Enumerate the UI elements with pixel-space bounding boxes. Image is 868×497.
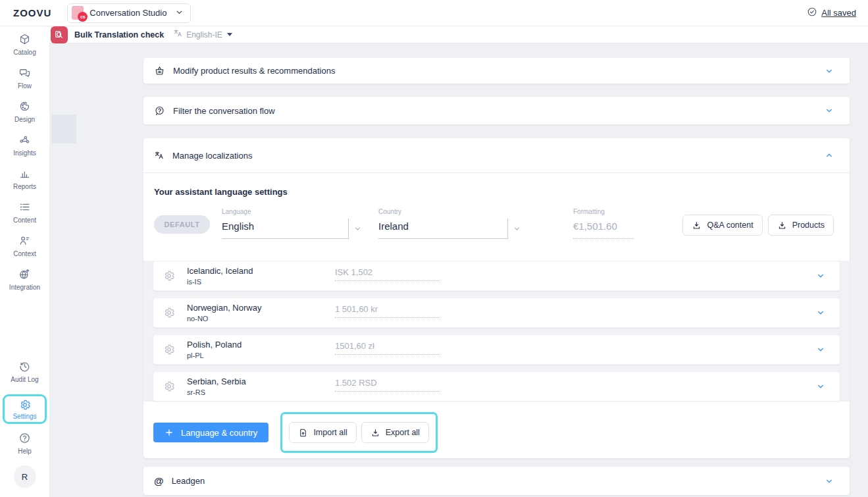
currency-format-value: ISK 1,502 — [335, 267, 440, 277]
language-row-icelandic: Icelandic, Iceland is-IS ISK 1,502 — [153, 261, 840, 291]
sidebar-item-integration[interactable]: Integration — [3, 265, 47, 299]
locale-selector[interactable]: English-IE — [173, 28, 232, 41]
basket-icon — [154, 65, 165, 76]
file-import-icon — [298, 428, 308, 438]
locale-label: English-IE — [186, 30, 222, 39]
localization-actions: Language & country Import all — [153, 411, 850, 454]
download-icon — [777, 221, 787, 230]
qa-content-button[interactable]: Q&A content — [682, 215, 762, 236]
main-content: Modify product results & recommendations… — [49, 43, 868, 497]
language-name: Norwegian, Norway — [187, 303, 261, 313]
gear-icon[interactable] — [163, 270, 175, 282]
language-name-block: Norwegian, Norway no-NO — [187, 303, 261, 323]
button-label: Q&A content — [707, 221, 753, 230]
language-code: pl-PL — [187, 352, 242, 359]
panel-manage-localizations: Manage localizations Your assistant lang… — [143, 138, 850, 458]
check-circle-icon — [807, 7, 817, 19]
translate-icon — [173, 28, 183, 41]
download-icon — [370, 428, 380, 438]
panel-leadgen[interactable]: @ Leadgen — [143, 467, 850, 495]
language-name-block: Icelandic, Iceland is-IS — [187, 266, 253, 286]
currency-format[interactable]: ISK 1,502 — [335, 267, 440, 281]
assistant-title: Bulk Translation check — [74, 30, 164, 39]
language-code: no-NO — [187, 315, 261, 323]
chevron-down-icon[interactable] — [825, 66, 834, 76]
user-avatar[interactable]: R — [14, 465, 36, 488]
sidebar-item-label: Catalog — [13, 49, 36, 56]
currency-format[interactable]: 1 501,60 kr — [335, 304, 440, 318]
language-list: Icelandic, Iceland is-IS ISK 1,502 — [143, 261, 850, 402]
chevron-down-icon[interactable] — [348, 219, 367, 239]
language-name: Polish, Poland — [187, 340, 242, 350]
sidebar-item-label: Flow — [18, 82, 32, 90]
gear-icon[interactable] — [163, 307, 175, 319]
sidebar-item-context[interactable]: Context — [3, 232, 47, 265]
formatting-field: Formatting €1,501.60 — [573, 206, 634, 239]
bar-chart-icon — [18, 167, 31, 180]
default-badge: DEFAULT — [154, 215, 210, 234]
chat-bubbles-icon — [18, 66, 31, 79]
sidebar-item-catalog[interactable]: Catalog — [3, 30, 47, 64]
assistant-header: Bulk Translation check English-IE — [49, 26, 868, 43]
gear-icon[interactable] — [163, 380, 175, 392]
palette-icon — [18, 99, 31, 113]
import-all-button[interactable]: Import all — [289, 422, 356, 443]
sidebar-item-design[interactable]: Design — [3, 97, 47, 131]
language-row-serbian: Serbian, Serbia sr-RS 1.502 RSD — [153, 371, 840, 402]
field-label: Language — [222, 206, 367, 215]
language-select[interactable]: English — [222, 219, 348, 239]
panel-filter-flow[interactable]: Filter the conversation flow — [143, 97, 850, 124]
sidebar-item-settings-active[interactable]: Settings — [3, 394, 47, 424]
panel-title: Filter the conversation flow — [173, 106, 275, 116]
all-saved-link[interactable]: All saved — [807, 7, 856, 19]
language-row-polish: Polish, Poland pl-PL 1501,60 zł — [153, 334, 840, 365]
sidebar: Catalog Flow Design Insights — [0, 26, 49, 497]
dotted-underline — [335, 354, 440, 355]
add-language-country-button[interactable]: Language & country — [153, 423, 268, 442]
chevron-down-icon[interactable] — [816, 271, 825, 280]
sidebar-item-content[interactable]: Content — [3, 198, 47, 232]
app-window: zoovu cs Conversation Studio All saved C… — [0, 0, 868, 497]
globe-arrow-icon — [18, 267, 31, 280]
formatting-input[interactable]: €1,501.60 — [573, 219, 634, 239]
chevron-down-icon[interactable] — [507, 219, 526, 239]
products-button[interactable]: Products — [768, 215, 834, 236]
panel-modify-products[interactable]: Modify product results & recommendations — [143, 58, 850, 84]
download-buttons: Q&A content Products — [682, 215, 834, 236]
chevron-down-icon[interactable] — [825, 106, 834, 115]
sidebar-item-reports[interactable]: Reports — [3, 165, 47, 198]
chevron-down-icon — [175, 7, 184, 19]
conversation-studio-icon: cs — [72, 6, 84, 20]
chevron-up-icon[interactable] — [825, 151, 834, 160]
cs-badge: cs — [78, 12, 88, 22]
chevron-down-icon[interactable] — [816, 308, 825, 317]
button-label: Products — [792, 221, 825, 230]
currency-format[interactable]: 1501,60 zł — [335, 341, 440, 355]
button-label: Import all — [313, 428, 347, 437]
chevron-down-icon[interactable] — [816, 345, 825, 354]
panel-localizations-header[interactable]: Manage localizations — [143, 138, 850, 173]
sidebar-item-audit-log[interactable]: Audit Log — [3, 357, 47, 388]
chevron-down-icon[interactable] — [825, 477, 834, 486]
chevron-down-icon[interactable] — [816, 382, 825, 391]
gear-icon — [19, 399, 31, 411]
sidebar-item-label: Reports — [13, 183, 36, 190]
language-code: is-IS — [187, 278, 253, 286]
sidebar-item-flow[interactable]: Flow — [3, 64, 47, 97]
export-all-button[interactable]: Export all — [361, 422, 429, 443]
workspace-selector[interactable]: cs Conversation Studio — [67, 3, 191, 23]
sidebar-item-label: Insights — [13, 149, 36, 157]
sidebar-item-insights[interactable]: Insights — [3, 131, 47, 165]
history-clock-icon — [18, 359, 31, 373]
country-select[interactable]: Ireland — [378, 219, 507, 239]
country-field: Country Ireland — [378, 206, 526, 239]
dotted-underline — [335, 317, 440, 318]
gear-icon[interactable] — [163, 344, 175, 355]
sidebar-item-help[interactable]: Help — [3, 429, 47, 459]
language-code: sr-RS — [187, 388, 246, 396]
button-label: Language & country — [181, 428, 257, 438]
section-title: Your assistant language settings — [143, 173, 850, 197]
sidebar-item-label: Design — [14, 116, 35, 123]
currency-format[interactable]: 1.502 RSD — [335, 378, 440, 392]
settings-panels: Modify product results & recommendations… — [143, 58, 850, 495]
